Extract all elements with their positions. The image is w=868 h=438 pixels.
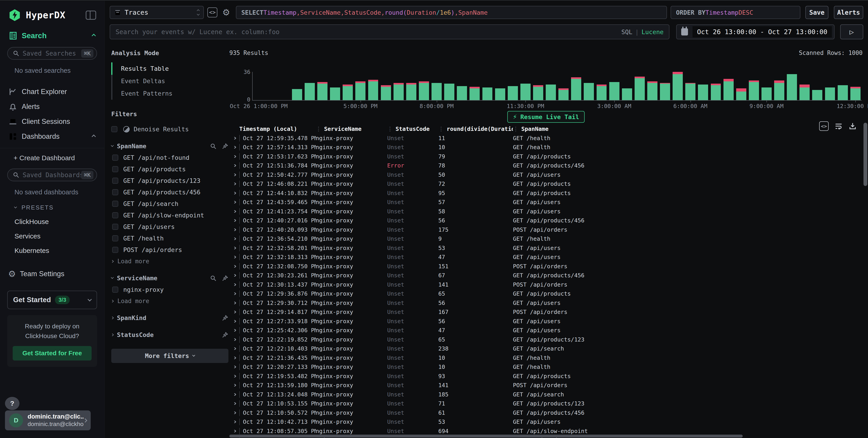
sidebar-item-chart-explorer[interactable]: Chart Explorer — [0, 84, 104, 99]
select-columns-input[interactable]: SELECT Timestamp,ServiceName,StatusCode,… — [236, 6, 667, 19]
filter-checkbox[interactable] — [112, 224, 118, 230]
filter-group-header-spankind[interactable]: SpanKind — [111, 314, 228, 322]
row-expand-chevron-icon[interactable] — [232, 274, 236, 277]
histogram-slot[interactable] — [811, 72, 824, 100]
filter-item[interactable]: GET /health — [111, 235, 228, 242]
row-expand-chevron-icon[interactable] — [232, 182, 236, 185]
row-expand-chevron-icon[interactable] — [232, 366, 236, 368]
histogram-slot[interactable] — [417, 72, 430, 100]
histogram-slot[interactable] — [468, 72, 481, 100]
histogram-slot[interactable] — [798, 72, 811, 100]
histogram-slot[interactable] — [290, 72, 303, 100]
histogram-slot[interactable] — [303, 72, 316, 100]
row-expand-chevron-icon[interactable] — [232, 393, 236, 396]
histogram-slot[interactable] — [633, 72, 646, 100]
sidebar-item-dashboards[interactable]: Dashboards — [0, 129, 104, 144]
histogram-slot[interactable] — [430, 72, 443, 100]
table-row[interactable]: Oct 27 12:32:58.201 PMnginx-proxyUnset53… — [229, 243, 863, 253]
histogram-slot[interactable] — [608, 72, 621, 100]
row-expand-chevron-icon[interactable] — [232, 420, 236, 423]
filter-group-header-servicename[interactable]: ServiceName — [111, 275, 228, 281]
table-row[interactable]: Oct 27 12:08:57.305 PMnginx-proxyUnset69… — [229, 427, 863, 436]
histogram-slot[interactable] — [367, 72, 379, 100]
edit-sql-button[interactable]: <> — [207, 6, 218, 19]
table-row[interactable]: Oct 27 12:40:27.016 PMnginx-proxyUnset56… — [229, 216, 863, 225]
histogram-slot[interactable] — [773, 72, 785, 100]
filter-checkbox[interactable] — [112, 287, 118, 293]
table-row[interactable]: Oct 27 12:57:14.313 PMnginx-proxyUnset10… — [229, 143, 863, 152]
histogram-slot[interactable] — [722, 72, 735, 100]
filter-checkbox[interactable] — [112, 212, 118, 218]
histogram-slot[interactable] — [557, 72, 570, 100]
histogram-slot[interactable] — [621, 72, 633, 100]
histogram-slot[interactable] — [532, 72, 545, 100]
table-row[interactable]: Oct 27 12:19:53.482 PMnginx-proxyUnset93… — [229, 372, 863, 381]
row-expand-chevron-icon[interactable] — [232, 338, 236, 341]
row-expand-chevron-icon[interactable] — [232, 201, 236, 203]
filter-item[interactable]: GET /api/users — [111, 223, 228, 230]
date-range-picker[interactable]: Oct 26 13:00:00 - Oct 27 13:00:00 — [676, 25, 835, 39]
row-expand-chevron-icon[interactable] — [232, 229, 236, 231]
row-expand-chevron-icon[interactable] — [232, 402, 236, 405]
search-icon[interactable] — [210, 143, 217, 149]
table-row[interactable]: Oct 27 12:13:59.180 PMnginx-proxyUnset14… — [229, 381, 863, 390]
filter-item[interactable]: GET /api/products/456 — [111, 189, 228, 196]
histogram-slot[interactable] — [481, 72, 494, 100]
row-expand-chevron-icon[interactable] — [232, 192, 236, 194]
row-expand-chevron-icon[interactable] — [232, 210, 236, 213]
sidebar-item-clickhouse[interactable]: ClickHouse — [14, 218, 104, 226]
histogram-slot[interactable] — [747, 72, 760, 100]
table-row[interactable]: Oct 27 12:43:59.465 PMnginx-proxyUnset57… — [229, 198, 863, 207]
order-by-input[interactable]: ORDER BY Timestamp DESC — [671, 6, 800, 19]
sidebar-item-search[interactable]: Search — [0, 22, 104, 40]
horizontal-scrollbar[interactable] — [229, 435, 743, 438]
search-input[interactable]: Search your events w/ Lucene ex. column:… — [110, 25, 670, 39]
table-row[interactable]: Oct 27 12:10:42.713 PMnginx-proxyUnset53… — [229, 417, 863, 427]
histogram-slot[interactable] — [316, 72, 329, 100]
histogram-slot[interactable] — [341, 72, 354, 100]
table-row[interactable]: Oct 27 12:59:35.478 PMnginx-proxyUnset11… — [229, 134, 863, 143]
sql-mode-button[interactable]: SQL — [621, 29, 632, 35]
row-expand-chevron-icon[interactable] — [232, 293, 236, 295]
table-row[interactable]: Oct 27 12:27:33.918 PMnginx-proxyUnset56… — [229, 317, 863, 326]
more-filters-button[interactable]: More filters — [111, 349, 228, 363]
histogram-slot[interactable] — [672, 72, 684, 100]
table-row[interactable]: Oct 27 12:41:23.754 PMnginx-proxyUnset58… — [229, 207, 863, 216]
row-expand-chevron-icon[interactable] — [232, 256, 236, 258]
table-row[interactable]: Oct 27 12:50:42.777 PMnginx-proxyUnset50… — [229, 170, 863, 179]
table-row[interactable]: Oct 27 12:44:10.832 PMnginx-proxyUnset95… — [229, 189, 863, 198]
row-expand-chevron-icon[interactable] — [232, 238, 236, 240]
filter-checkbox[interactable] — [112, 189, 118, 195]
histogram-slot[interactable] — [570, 72, 583, 100]
row-expand-chevron-icon[interactable] — [232, 347, 236, 350]
analysis-mode-event-deltas[interactable]: Event Deltas — [111, 75, 228, 87]
row-expand-chevron-icon[interactable] — [232, 247, 236, 249]
row-expand-chevron-icon[interactable] — [232, 174, 236, 176]
sidebar-item-client-sessions[interactable]: Client Sessions — [0, 114, 104, 129]
histogram-slot[interactable] — [506, 72, 519, 100]
save-button[interactable]: Save — [805, 6, 829, 19]
histogram-slot[interactable] — [836, 72, 849, 100]
histogram-slot[interactable] — [354, 72, 367, 100]
sidebar-item-team-settings[interactable]: ⚙ Team Settings — [8, 269, 104, 279]
sidebar-item-alerts[interactable]: Alerts — [0, 99, 104, 114]
histogram-slot[interactable] — [265, 72, 278, 100]
table-row[interactable]: Oct 27 12:32:08.750 PMnginx-proxyUnset15… — [229, 262, 863, 271]
histogram-slot[interactable] — [456, 72, 468, 100]
histogram-slot[interactable] — [646, 72, 658, 100]
filter-item[interactable]: GET /api/products/123 — [111, 177, 228, 184]
table-row[interactable]: Oct 27 12:40:20.093 PMnginx-proxyUnset17… — [229, 225, 863, 234]
sidebar-item-services[interactable]: Services — [14, 232, 104, 240]
histogram-slot[interactable] — [824, 72, 836, 100]
lucene-mode-button[interactable]: Lucene — [641, 29, 663, 35]
table-row[interactable]: Oct 27 12:36:54.210 PMnginx-proxyUnset9G… — [229, 234, 863, 244]
row-expand-chevron-icon[interactable] — [232, 137, 236, 139]
filter-checkbox[interactable] — [112, 178, 118, 184]
table-row[interactable]: Oct 27 12:29:36.876 PMnginx-proxyUnset65… — [229, 289, 863, 299]
table-row[interactable]: Oct 27 12:30:23.261 PMnginx-proxyUnset67… — [229, 271, 863, 280]
histogram-slot[interactable] — [545, 72, 557, 100]
row-expand-chevron-icon[interactable] — [232, 329, 236, 332]
sidebar-item-kubernetes[interactable]: Kubernetes — [14, 247, 104, 255]
row-expand-chevron-icon[interactable] — [232, 411, 236, 414]
analysis-mode-event-patterns[interactable]: Event Patterns — [111, 87, 228, 100]
